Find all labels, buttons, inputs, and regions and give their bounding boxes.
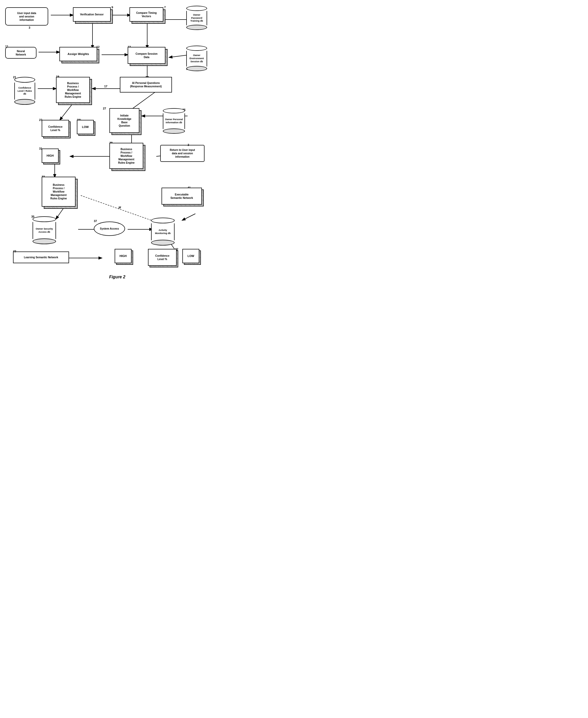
verification-sensor-box: Verification Sensor [73, 7, 111, 22]
high1-wrapper: HIGH [42, 148, 59, 163]
compare-session-label: Compare Session Data [135, 52, 158, 59]
low2-label: LOW [188, 254, 194, 258]
bp-workflow2-label: Business Process / Workflow Management R… [118, 147, 134, 164]
high1-label: HIGH [47, 154, 54, 158]
svg-line-22 [81, 196, 151, 220]
assign-weights-wrapper: Assign Weights [59, 47, 97, 61]
low1-label: LOW [82, 125, 89, 129]
num-11: 11 [5, 45, 8, 48]
num-17: 17 [104, 85, 107, 88]
executable-semantic-box: Executable Semantic Network [162, 188, 202, 205]
confidence-level2-wrapper: Confidence Level % [148, 249, 176, 266]
svg-line-24 [182, 214, 195, 220]
owner-env-db: Owner Environment Session db [185, 46, 208, 71]
confidence-level2-box: Confidence Level % [148, 249, 176, 266]
compare-session-wrapper: Compare Session Data [128, 47, 165, 64]
num-43: 43 [13, 250, 16, 253]
user-input-box: User input data and session information [5, 7, 48, 25]
low2-box: LOW [182, 249, 199, 263]
learning-semantic-box: Learning Semantic Network [13, 251, 69, 263]
high1-box: HIGH [42, 148, 59, 163]
activity-monitoring-db: Activity Monitoring db [150, 218, 176, 246]
figure-caption: Figure 2 [0, 275, 234, 280]
activity-monitoring-label: Activity Monitoring db [155, 229, 171, 235]
compare-timing-wrapper: Compare Timing Vectors [129, 7, 163, 22]
owner-personal-db: Owner Personal Information db [162, 108, 186, 134]
compare-timing-label: Compare Timing Vectors [136, 11, 157, 18]
executable-semantic-wrapper: Executable Semantic Network [162, 188, 202, 205]
high2-box: HIGH [114, 249, 131, 263]
owner-security-label: Owner Security Access db [36, 227, 53, 233]
ai-personal-q-label: AI Personal Questions (Response Measurem… [130, 81, 162, 88]
low2-wrapper: LOW [182, 249, 199, 263]
num-3b: 3 [188, 143, 189, 146]
diagram-container: User input data and session information … [0, 0, 234, 282]
confidence-level1-wrapper: Confidence Level % [42, 120, 69, 137]
neural-network-label: Neural Network [16, 49, 26, 56]
confidence-rules-label: Confidence Level / Rules db [18, 86, 32, 96]
verification-sensor-label: Verification Sensor [80, 13, 104, 16]
owner-pwd-label: Owner Password Training db [190, 14, 203, 23]
compare-session-box: Compare Session Data [128, 47, 165, 64]
bp-workflow3-label: Business Process / Workflow Management R… [50, 183, 67, 200]
high2-wrapper: HIGH [114, 249, 131, 263]
executable-semantic-label: Executable Semantic Network [170, 193, 193, 200]
ai-personal-q-box: AI Personal Questions (Response Measurem… [120, 77, 172, 93]
learning-semantic-label: Learning Semantic Network [24, 256, 58, 259]
initiate-kb-box: Initiate Knowledge Base Question [109, 108, 140, 133]
neural-network-box: Neural Network [5, 47, 37, 59]
num-27: 27 [103, 107, 106, 110]
owner-personal-label: Owner Personal Information db [165, 118, 183, 124]
system-access-ellipse: System Access [94, 222, 125, 236]
bp-workflow3-wrapper: Business Process / Workflow Management R… [42, 177, 76, 207]
user-input-label: User input data and session information [17, 12, 36, 22]
confidence-rules-db: Confidence Level / Rules db [13, 77, 37, 105]
confidence-level1-label: Confidence Level % [48, 125, 62, 132]
bp-workflow1-label: Business Process / Workflow Management R… [65, 82, 81, 99]
low1-wrapper: LOW [77, 120, 94, 134]
bp-workflow1-box: Business Process / Workflow Management R… [56, 77, 90, 103]
initiate-kb-label: Initiate Knowledge Base Question [118, 114, 131, 127]
owner-pwd-db: Owner Password Training db [185, 6, 208, 30]
verification-sensor-wrapper: Verification Sensor [73, 7, 111, 22]
bp-workflow2-wrapper: Business Process / Workflow Management R… [109, 143, 143, 169]
bp-workflow3-box: Business Process / Workflow Management R… [42, 177, 76, 207]
owner-env-label: Owner Environment Session db [189, 54, 204, 63]
bp-workflow1-wrapper: Business Process / Workflow Management R… [56, 77, 90, 103]
return-user-box: Return to User input data and session in… [160, 145, 205, 162]
high2-label: HIGH [120, 254, 127, 258]
num-7: 7 [164, 6, 166, 9]
m-label: M [119, 206, 121, 209]
num-37: 37 [94, 220, 97, 223]
assign-weights-label: Assign Weights [67, 52, 89, 56]
confidence-level1-box: Confidence Level % [42, 120, 69, 137]
system-access-label: System Access [100, 227, 119, 230]
bp-workflow2-box: Business Process / Workflow Management R… [109, 143, 143, 169]
low1-box: LOW [77, 120, 94, 134]
assign-weights-box: Assign Weights [59, 47, 97, 61]
num-9: 9 [111, 6, 113, 9]
initiate-kb-wrapper: Initiate Knowledge Base Question [109, 108, 140, 133]
num-3a: 3 [29, 26, 30, 29]
owner-security-db: Owner Security Access db [31, 216, 57, 244]
confidence-level2-label: Confidence Level % [155, 254, 169, 261]
compare-timing-box: Compare Timing Vectors [129, 7, 163, 22]
return-user-label: Return to User input data and session in… [170, 148, 195, 159]
